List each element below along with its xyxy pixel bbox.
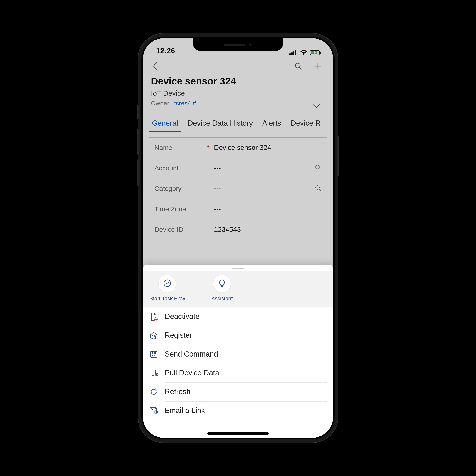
field-value: --- <box>214 185 315 192</box>
action-refresh[interactable]: Refresh <box>143 382 333 401</box>
nav-bar <box>143 57 333 76</box>
phone-frame: 12:26 <box>138 33 338 443</box>
action-email-link[interactable]: Email a Link <box>143 401 333 420</box>
tabs: General Device Data History Alerts Devic… <box>143 111 333 132</box>
svg-point-7 <box>295 63 300 68</box>
owner-link[interactable]: fsres4 # <box>174 100 196 107</box>
quick-action-assistant[interactable]: Assistant <box>204 275 240 302</box>
field-label: Category <box>154 185 182 192</box>
lookup-icon[interactable] <box>315 165 322 172</box>
home-indicator[interactable] <box>207 432 269 435</box>
field-value: Device sensor 324 <box>214 144 322 152</box>
action-deactivate[interactable]: Deactivate <box>143 307 333 326</box>
action-send-command[interactable]: Send Command <box>143 345 333 364</box>
svg-rect-22 <box>152 355 153 356</box>
back-button[interactable] <box>150 60 161 72</box>
expand-header-button[interactable] <box>312 104 320 110</box>
required-marker: * <box>207 144 214 152</box>
action-label: Send Command <box>165 350 326 364</box>
refresh-icon <box>150 388 158 396</box>
quick-actions: Start Task Flow Assistant <box>143 271 333 307</box>
form-card: Name* Device sensor 324 Account --- Cate… <box>149 137 327 240</box>
action-label: Refresh <box>165 388 326 402</box>
svg-rect-2 <box>293 51 294 55</box>
screen: 12:26 <box>143 38 333 438</box>
add-button[interactable] <box>312 60 324 72</box>
field-value: --- <box>214 205 322 213</box>
page-subtitle: IoT Device <box>151 89 325 97</box>
action-pull-device-data[interactable]: Pull Device Data <box>143 364 333 382</box>
svg-rect-19 <box>151 351 157 357</box>
svg-rect-0 <box>289 53 290 55</box>
gauge-icon <box>163 278 172 289</box>
field-category[interactable]: Category --- <box>149 178 327 199</box>
volume-down-btn <box>137 159 138 186</box>
page-title: Device sensor 324 <box>151 76 325 87</box>
search-button[interactable] <box>293 60 304 72</box>
field-timezone[interactable]: Time Zone --- <box>149 199 327 220</box>
svg-point-23 <box>154 355 155 356</box>
field-label: Device ID <box>154 226 183 234</box>
field-label: Time Zone <box>154 205 186 213</box>
field-name[interactable]: Name* Device sensor 324 <box>149 137 327 158</box>
tab-device-data-history[interactable]: Device Data History <box>185 116 260 132</box>
action-label: Email a Link <box>165 406 326 420</box>
command-icon <box>150 350 158 359</box>
action-label: Pull Device Data <box>165 369 326 383</box>
tab-general[interactable]: General <box>150 116 185 132</box>
field-label: Name <box>154 144 172 152</box>
wifi-icon <box>300 50 307 55</box>
deactivate-icon <box>150 312 158 321</box>
email-icon <box>150 406 158 415</box>
pull-icon <box>150 369 158 377</box>
action-label: Register <box>165 331 326 345</box>
register-icon <box>150 331 158 340</box>
quick-action-label: Assistant <box>211 296 233 302</box>
quick-action-start-task-flow[interactable]: Start Task Flow <box>150 275 185 302</box>
svg-rect-6 <box>320 52 321 53</box>
lookup-icon[interactable] <box>315 185 322 192</box>
svg-line-8 <box>300 67 302 69</box>
svg-rect-3 <box>295 51 296 55</box>
field-value: --- <box>214 164 315 172</box>
quick-action-label: Start Task Flow <box>150 296 185 302</box>
svg-line-12 <box>319 169 321 170</box>
volume-up-btn <box>137 129 138 155</box>
field-account[interactable]: Account --- <box>149 158 327 178</box>
status-time: 12:26 <box>156 47 175 55</box>
mute-switch <box>137 105 138 119</box>
tab-device-r[interactable]: Device R <box>288 116 328 132</box>
bulb-icon <box>217 278 227 289</box>
svg-rect-21 <box>154 353 156 354</box>
sheet-drag-handle[interactable] <box>143 265 333 271</box>
battery-icon <box>310 50 322 55</box>
owner-label: Owner <box>151 100 169 107</box>
tab-alerts[interactable]: Alerts <box>260 116 288 132</box>
signal-icon <box>289 50 298 55</box>
action-label: Deactivate <box>165 312 326 326</box>
action-sheet: Start Task Flow Assistant <box>143 265 333 438</box>
field-label: Account <box>154 165 178 172</box>
record-header: Device sensor 324 IoT Device Owner fsres… <box>143 76 333 111</box>
notch <box>193 38 283 51</box>
action-list: Deactivate Register Send C <box>143 307 333 438</box>
field-value: 1234543 <box>214 226 322 234</box>
svg-rect-20 <box>152 353 153 354</box>
power-btn <box>338 136 339 176</box>
svg-rect-1 <box>291 52 292 55</box>
action-register[interactable]: Register <box>143 326 333 345</box>
field-deviceid[interactable]: Device ID 1234543 <box>149 220 327 240</box>
svg-rect-24 <box>150 370 156 374</box>
svg-line-14 <box>319 189 321 191</box>
